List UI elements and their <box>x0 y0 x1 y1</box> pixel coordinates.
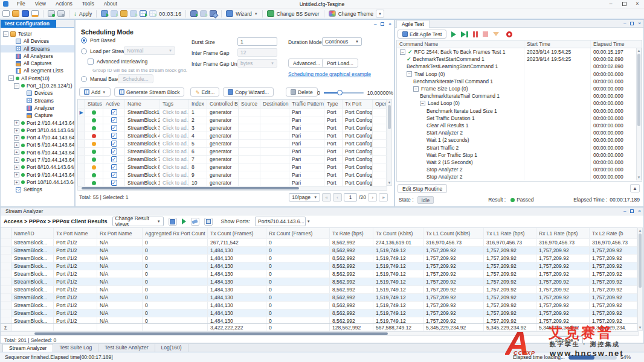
column-tx-count-frames-[interactable]: Tx Count (Frames) <box>208 228 266 238</box>
restore-icon[interactable] <box>630 21 634 26</box>
close-icon[interactable]: × <box>631 0 644 8</box>
start-traffic-icon[interactable] <box>101 10 108 17</box>
wizard-button[interactable]: Wizard <box>236 11 251 17</box>
save-icon[interactable] <box>22 10 29 17</box>
menu-tools[interactable]: Tools <box>77 0 99 8</box>
column-tx-port-name[interactable]: Tx Port Name <box>54 228 97 238</box>
minimize-icon[interactable]: – <box>374 21 376 27</box>
active-checkbox[interactable] <box>111 172 117 178</box>
column-active[interactable]: Active <box>103 100 125 108</box>
result-row[interactable]: StreamBlock...Port //1/2N/A01,484,13008,… <box>1 262 637 270</box>
column-name-id[interactable]: Name/ID <box>11 228 54 238</box>
port-load-button[interactable]: Port Load... <box>322 59 358 68</box>
tree-item[interactable]: Settings <box>1 186 74 193</box>
stream-block-row[interactable]: StreamBlock 6Click to ad...6generatorPar… <box>78 148 387 156</box>
active-checkbox[interactable] <box>111 156 117 162</box>
agile-command-row[interactable]: ✓BechmarkTestStartCommand 12023/9/14 19:… <box>397 56 642 63</box>
disconnect-chassis-icon[interactable] <box>57 10 65 17</box>
collapse-icon[interactable]: − <box>8 75 14 81</box>
analyzer-horizontal-scrollbar[interactable] <box>1 331 639 336</box>
tab-test-configuration[interactable]: Test Configuration <box>1 20 56 28</box>
tree-item[interactable]: All Captures <box>1 60 74 67</box>
restore-icon[interactable] <box>630 208 634 214</box>
tree-item[interactable]: +Port 7 //10.44.143.64/1/1 <box>1 156 74 164</box>
save-as-icon[interactable] <box>31 10 39 17</box>
result-row[interactable]: StreamBlock...Port //1/2N/A01,484,13008,… <box>1 310 637 317</box>
tree-item[interactable]: Capture <box>1 112 74 119</box>
stream-block-row[interactable]: StreamBlock 8Click to ad...8generatorPar… <box>78 164 387 171</box>
collapse-icon[interactable]: − <box>400 49 405 55</box>
tree-item[interactable]: All Analyzers <box>1 52 74 60</box>
edit-agile-test-button[interactable]: Edit Agile Test <box>398 30 446 39</box>
advanced-button[interactable]: Advanced... <box>288 59 325 68</box>
expand-icon[interactable]: + <box>14 157 19 163</box>
column-tags[interactable]: Tags <box>160 100 189 108</box>
column-tx-l1-rate-bps-[interactable]: Tx L1 Rate (bps) <box>484 228 536 238</box>
close-icon[interactable]: × <box>388 21 391 27</box>
pause-icon[interactable] <box>473 31 478 37</box>
show-ports-select[interactable]: Ports//10.44.143.6...▼ <box>255 217 306 226</box>
stream-block-row[interactable]: StreamBlock 4Click to ad...4generatorPar… <box>78 132 387 140</box>
agile-command-row[interactable]: BenchmarkIterateTrail Command 100:00:00.… <box>397 78 642 85</box>
column-tx-count-kbits-[interactable]: Tx Count (Kbits) <box>373 228 423 238</box>
apply-button[interactable]: Apply <box>79 11 92 17</box>
cell-tags[interactable]: Click to ad... <box>160 124 189 132</box>
add-button[interactable]: Add▼ <box>79 87 111 97</box>
wizard-icon[interactable] <box>226 10 233 17</box>
stream-vertical-scrollbar[interactable]: ▲▼ <box>387 99 392 186</box>
agile-command-row[interactable]: Start Analyzer 200:00:00.000 <box>397 129 642 136</box>
tree-item[interactable]: +Port 8//10.44.143.64/1/1 <box>1 164 74 171</box>
column-rx-l1-rate-bps-[interactable]: Rx L1 Rate (bps) <box>536 228 590 238</box>
radio-icon[interactable] <box>81 76 87 82</box>
stream-block-row[interactable]: StreamBlock 5Click to ad...5generatorPar… <box>78 140 387 148</box>
duration-mode-select[interactable]: Continous▼ <box>322 37 362 46</box>
stream-block-row[interactable]: ▶StreamBlock1Click to ad...1generatorPar… <box>78 109 387 116</box>
port-load-slider[interactable] <box>324 92 364 94</box>
expand-icon[interactable]: + <box>14 180 19 185</box>
result-row[interactable]: StreamBlock...Port //1/2N/A01,484,13008,… <box>1 317 637 323</box>
result-row[interactable]: StreamBlock...Port //1/2N/A01,484,13008,… <box>1 286 637 294</box>
start-streams-icon[interactable] <box>140 10 147 17</box>
wizard-dropdown-caret[interactable]: ▼ <box>254 12 258 16</box>
column-command-name[interactable]: Command Name <box>397 40 524 48</box>
agile-command-row[interactable]: −Load Loop (0)00:00:00.000 <box>397 100 642 107</box>
column-name[interactable]: Name <box>125 100 160 108</box>
expand-icon[interactable]: + <box>14 135 19 141</box>
active-checkbox[interactable] <box>111 148 117 154</box>
column-start-time[interactable]: Start Time <box>524 40 591 48</box>
slider-handle[interactable] <box>337 90 343 95</box>
agile-vertical-scrollbar[interactable]: ▲▼ <box>636 48 642 180</box>
column-elapsed-time[interactable]: Elapsed Time <box>591 40 642 48</box>
tree-item[interactable]: +Port 10//10.44.143.64/1/1 <box>1 179 74 186</box>
tab-test-suite-log[interactable]: Test Suite Log <box>53 344 98 352</box>
radio-icon[interactable] <box>81 48 87 54</box>
column-rx-count-frames-[interactable]: Rx Count (Frames) <box>266 228 330 238</box>
agile-command-row[interactable]: −✓RFC 2544: Back To Back Frames Test 120… <box>397 48 642 56</box>
cell-tags[interactable]: Click to ad... <box>160 171 189 179</box>
expand-icon[interactable]: + <box>14 142 19 148</box>
active-checkbox[interactable] <box>111 141 117 147</box>
tree-item[interactable]: All Streams <box>1 45 74 52</box>
tree-item[interactable]: +Port 2 //10.44.143.64/1/1 <box>1 119 74 127</box>
column-tx-rate-bps-[interactable]: Tx Rate (bps) <box>330 228 373 238</box>
column-aggregated-rx-port-count[interactable]: Aggregated Rx Port Count <box>143 228 208 238</box>
minimize-icon[interactable]: – <box>623 21 626 26</box>
stream-block-row[interactable]: StreamBlock 2Click to ad...2generatorPar… <box>78 116 387 124</box>
column-controlled-by[interactable]: Controlled By <box>207 100 239 108</box>
toolbar-overflow-dropdown[interactable]: ▼ <box>376 10 384 17</box>
expand-icon[interactable]: + <box>14 128 19 133</box>
cell-tags[interactable]: Click to ad... <box>160 109 189 116</box>
menu-actions[interactable]: Actions <box>51 0 77 8</box>
cell-tags[interactable]: Click to ad... <box>160 164 189 171</box>
open-file-icon[interactable] <box>12 10 19 17</box>
agile-command-row[interactable]: BechmarkTestLearningStartCommand 100:00:… <box>397 63 642 70</box>
active-checkbox[interactable] <box>111 109 117 115</box>
active-checkbox[interactable] <box>111 164 117 170</box>
step-icon[interactable] <box>461 31 468 37</box>
start-capture-icon[interactable] <box>120 10 127 17</box>
column-tx-l1-count-kbits-[interactable]: Tx L1 Count (Kbits) <box>423 228 484 238</box>
stream-horizontal-scrollbar[interactable] <box>77 186 387 191</box>
agile-command-row[interactable]: −Frame Size Loop (0)00:00:00.000 <box>397 85 642 92</box>
expand-icon[interactable]: + <box>14 172 19 177</box>
column-destination[interactable]: Destination <box>260 100 289 108</box>
